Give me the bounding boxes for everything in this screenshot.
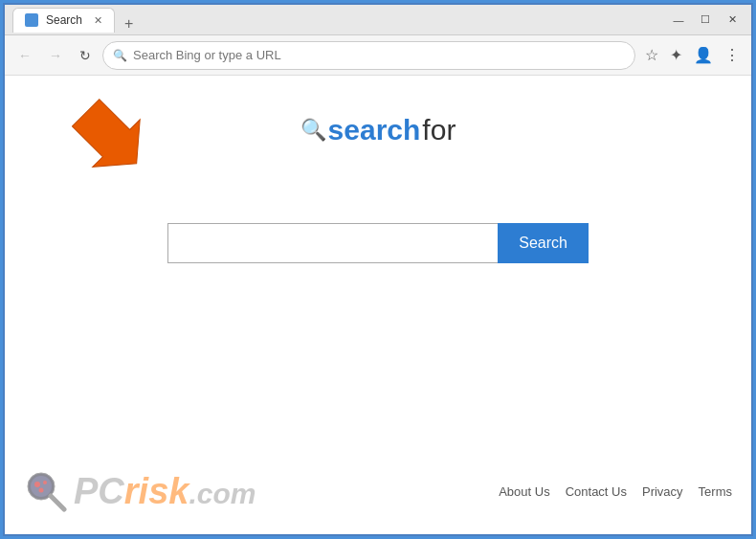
nav-bar: ← → ↻ 🔍 ☆ ✦ 👤 ⋮ [5,35,751,76]
logo-text-search: search [328,114,421,146]
forward-button[interactable]: → [43,44,68,67]
maximize-button[interactable]: ☐ [694,11,717,29]
page-content: 🔍 search for Search [5,76,751,534]
footer-links: About Us Contact Us Privacy Terms [499,484,732,499]
pcrisk-magnifier-icon [24,469,68,513]
tab-favicon [25,13,38,27]
minimize-button[interactable]: — [667,11,690,29]
contact-us-link[interactable]: Contact Us [566,484,627,499]
favorites-button[interactable]: ☆ [641,44,662,66]
privacy-link[interactable]: Privacy [642,484,683,499]
active-tab[interactable]: Search ✕ [12,8,115,33]
pc-text: PC [74,471,124,511]
back-button[interactable]: ← [12,44,37,67]
tab-close-button[interactable]: ✕ [94,14,102,27]
risk-text: risk [124,471,189,511]
about-us-link[interactable]: About Us [499,484,549,499]
profile-button[interactable]: 👤 [690,44,717,66]
address-search-icon: 🔍 [113,49,127,62]
tab-area: Search ✕ + [12,8,667,33]
tab-title: Search [46,13,82,27]
terms-link[interactable]: Terms [699,484,732,499]
svg-point-6 [39,488,44,493]
refresh-button[interactable]: ↻ [74,44,97,67]
window-controls: — ☐ ✕ [667,11,744,29]
address-bar-wrapper[interactable]: 🔍 [102,41,635,70]
svg-line-7 [51,496,64,509]
svg-point-3 [31,476,52,497]
toolbar-icons: ☆ ✦ 👤 ⋮ [641,44,744,66]
new-tab-button[interactable]: + [119,15,139,33]
menu-button[interactable]: ⋮ [721,44,744,66]
svg-point-5 [43,481,47,484]
svg-marker-1 [62,89,160,181]
arrow-annotation [62,85,177,181]
dotcom-text: .com [189,478,256,509]
extensions-button[interactable]: ✦ [666,44,686,66]
main-search-input[interactable] [167,223,498,263]
title-bar: Search ✕ + — ☐ ✕ [5,5,751,35]
close-button[interactable]: ✕ [721,11,744,29]
svg-point-4 [34,482,40,487]
search-container: Search [167,223,589,263]
pcrisk-logo: PCrisk.com [24,469,256,513]
logo-text-for: for [422,114,456,146]
pcrisk-text: PCrisk.com [74,471,256,512]
address-bar[interactable] [133,48,625,62]
logo-search-icon: 🔍 [300,118,326,143]
browser-window: Search ✕ + — ☐ ✕ ← → ↻ 🔍 ☆ ✦ 👤 ⋮ [3,3,753,536]
logo-area: 🔍 search for [300,114,456,146]
footer-area: PCrisk.com About Us Contact Us Privacy T… [5,458,751,534]
search-button[interactable]: Search [498,223,589,263]
svg-marker-0 [62,95,120,181]
